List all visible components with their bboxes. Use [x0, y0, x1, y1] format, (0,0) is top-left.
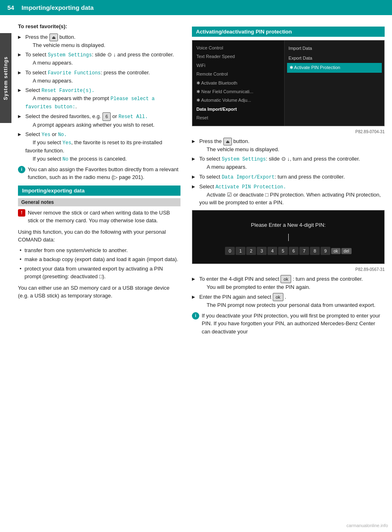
menu-left-panel: Voice Control Text Reader Speed WiFi Rem…	[192, 40, 285, 126]
pin-screenshot-image: Please Enter a New 4-digit PIN: 0 1 2 3 …	[192, 210, 385, 264]
using-para: Using this function, you can do the foll…	[18, 228, 180, 244]
header-bar: 54 Importing/exporting data	[0, 0, 392, 15]
menu-screenshot-inner: Voice Control Text Reader Speed WiFi Rem…	[192, 40, 384, 126]
pin-num-6: 6	[289, 247, 298, 255]
menu-screenshot-image: Voice Control Text Reader Speed WiFi Rem…	[192, 40, 385, 126]
menu-item-voice-control: Voice Control	[195, 44, 282, 52]
pin-num-7: 7	[299, 247, 309, 255]
menu-screenshot-caption: P82.89-0704-31	[192, 130, 385, 134]
pin-num-2: 2	[246, 247, 256, 255]
sd-para: You can either use an SD memory card or …	[18, 284, 180, 300]
menu-item-volume: ✱ Automatic Volume Adju...	[195, 96, 282, 105]
menu-item-reset: Reset	[195, 114, 282, 122]
menu-right-export: Export Data	[287, 54, 382, 63]
reset-favorites-heading: To reset favorite(s):	[18, 23, 67, 29]
step-3: To select Favorite Functions: press the …	[18, 69, 180, 85]
info-icon: i	[18, 166, 25, 173]
step-5: Select the desired favorites, e.g. 6 or …	[18, 112, 180, 129]
menu-right-import: Import Data	[287, 44, 382, 54]
pin-numpad: 0 1 2 3 4 5 6 7 8 9 ok del	[225, 247, 352, 255]
warning-note: ! Never remove the stick or card when wr…	[18, 209, 180, 225]
enter-pin-step-1: To enter the 4-digit PIN and select ok :…	[192, 275, 385, 291]
header-title: Importing/exporting data	[22, 4, 94, 11]
step-1: Press the ⏏ button. The vehicle menu is …	[18, 33, 180, 49]
vehicle-menu-button-icon: ⏏	[49, 34, 58, 41]
step-6: Select Yes or No. If you select Yes, the…	[18, 130, 180, 163]
menu-right-panel: Import Data Export Data ✱ Activate PIN P…	[285, 40, 384, 126]
info-note-pin-text: If you deactivate your PIN protection, y…	[202, 312, 385, 336]
pin-num-4: 4	[267, 247, 277, 255]
pin-step-3: To select Data Import/Export: turn and p…	[192, 173, 385, 181]
left-column: To reset favorite(s): Press the ⏏ button…	[0, 15, 188, 346]
menu-item-text-reader: Text Reader Speed	[195, 52, 282, 61]
pin-num-0: 0	[225, 247, 235, 255]
right-column: Activating/deactivating PIN protection V…	[188, 15, 392, 346]
menu-item-data-import-export: Data Import/Export	[195, 105, 282, 114]
pin-del-btn: del	[341, 248, 352, 254]
bullet-item-1: transfer from one system/vehicle to anot…	[18, 246, 180, 255]
info-note-pin: i If you deactivate your PIN protection,…	[192, 312, 385, 336]
vehicle-button-icon-right: ⏏	[223, 138, 232, 145]
warning-icon: !	[18, 209, 25, 217]
bullet-item-3: protect your data from unwanted export b…	[18, 265, 180, 281]
pin-steps-list: Press the ⏏ button. The vehicle menu is …	[192, 137, 385, 207]
menu-item-remote-control: Remote Control	[195, 70, 282, 78]
enter-pin-step-2: Enter the PIN again and select ok . The …	[192, 293, 385, 309]
pin-num-1: 1	[236, 247, 245, 255]
reset-steps-list: Press the ⏏ button. The vehicle menu is …	[18, 33, 180, 163]
pin-step-1: Press the ⏏ button. The vehicle menu is …	[192, 137, 385, 154]
warning-note-text: Never remove the stick or card when writ…	[28, 209, 180, 225]
menu-item-wifi: WiFi	[195, 61, 282, 70]
feature-bullet-list: transfer from one system/vehicle to anot…	[18, 246, 180, 281]
enter-pin-steps-list: To enter the 4-digit PIN and select ok :…	[192, 275, 385, 309]
side-tab: System settings	[0, 33, 11, 123]
menu-item-bluetooth: ✱ Activate Bluetooth	[195, 79, 282, 87]
info-note-text: You can also assign the Favorites button…	[28, 165, 180, 181]
pin-screenshot-inner: Please Enter a New 4-digit PIN: 0 1 2 3 …	[192, 210, 384, 264]
watermark: carmanualonline.info	[346, 523, 388, 528]
step-2: To select System Settings: slide ⊙ ↓ and…	[18, 51, 180, 67]
pin-cursor	[288, 234, 289, 241]
main-content: System settings To reset favorite(s): Pr…	[0, 15, 392, 346]
pin-ok-btn: ok	[331, 248, 341, 254]
pin-section-header: Activating/deactivating PIN protection	[192, 27, 385, 37]
pin-num-8: 8	[310, 247, 320, 255]
step-4: Select Reset Favorite(s). A menu appears…	[18, 86, 180, 111]
pin-screenshot-caption: P82.89-0567-31	[192, 267, 385, 272]
pin-num-9: 9	[321, 247, 330, 255]
importing-exporting-section-header: Importing/exporting data	[18, 186, 180, 196]
menu-right-pin-protection: ✱ Activate PIN Protection	[287, 63, 382, 73]
info-note-favorites: i You can also assign the Favorites butt…	[18, 165, 180, 181]
info-icon-pin: i	[192, 312, 199, 320]
pin-prompt-title: Please Enter a New 4-digit PIN:	[251, 222, 326, 228]
page-number: 54	[7, 4, 14, 11]
pin-step-4: Select Activate PIN Protection. Activate…	[192, 183, 385, 207]
pin-num-5: 5	[278, 247, 288, 255]
bullet-item-2: make a backup copy (export data) and loa…	[18, 255, 180, 264]
pin-step-2: To select System Settings: slide ⊙ ↓, tu…	[192, 155, 385, 171]
general-notes-header: General notes	[18, 198, 180, 206]
menu-item-nfc: ✱ Near Field Communicati...	[195, 87, 282, 96]
pin-num-3: 3	[257, 247, 267, 255]
